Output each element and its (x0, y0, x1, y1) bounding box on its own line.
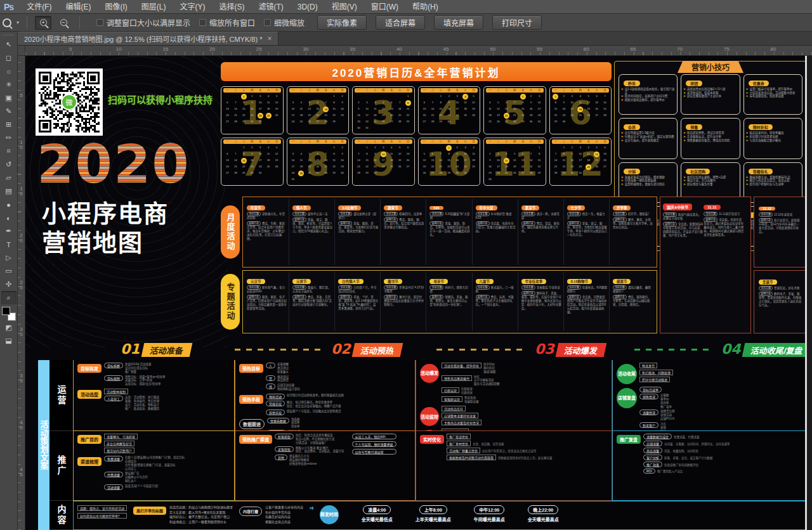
day-number: 24 (461, 164, 469, 170)
day-number: 5 (494, 100, 502, 106)
checkbox-icon[interactable] (264, 19, 271, 26)
day-number: 10 (381, 152, 386, 157)
day-number: 24 (363, 119, 371, 125)
lasso-tool[interactable]: ○ (1, 65, 16, 78)
healing-brush-tool[interactable]: ⊞ (1, 118, 16, 131)
type-tool[interactable]: T (1, 238, 16, 251)
day-number: 19 (593, 157, 601, 164)
eyedropper-tool[interactable]: ✎ (1, 105, 16, 118)
option-checkbox[interactable]: 缩放所有窗口 (199, 17, 255, 28)
checkbox-icon[interactable] (96, 19, 103, 26)
move-tool[interactable]: ↖ (1, 38, 16, 51)
map-node: 目标拟定 (77, 364, 102, 373)
menu-选择(S)[interactable]: 选择(S) (212, 0, 251, 14)
history-brush-tool[interactable]: ↺ (1, 158, 16, 171)
day-number: 20 (504, 113, 509, 119)
day-number: 17 (576, 157, 584, 164)
branch-chip: 货 (266, 375, 275, 381)
option-checkbox[interactable]: 调整窗口大小以满屏显示 (96, 17, 190, 28)
day-number: 27 (421, 119, 429, 125)
menu-图像(I)[interactable]: 图像(I) (98, 0, 134, 14)
menu-滤镜(T)[interactable]: 滤镜(T) (251, 0, 290, 14)
event-pill: 白色情人节 (338, 279, 363, 284)
panel-grip[interactable]: ▪▪▪▪▪▪ (3, 33, 15, 37)
day-number: 18 (577, 107, 583, 112)
path-select-tool[interactable]: ▷ (1, 251, 16, 264)
map-branch: 根据数据及时调整活动页面版面将数据表现转化好的商品上浮，延长曝光量 (447, 455, 553, 460)
menu-帮助(H)[interactable]: 帮助(H) (405, 0, 445, 14)
special-activities-row: 元旦节活动主题新年新气象，全力启航迎2020适用行业服饰、家居、电子产品等，回馈… (242, 270, 657, 333)
day-number: 24 (289, 170, 298, 176)
button-适合屏幕[interactable]: 适合屏幕 (376, 15, 425, 30)
day-number: 27 (502, 119, 511, 125)
clone-stamp-tool[interactable]: ⌗ (1, 145, 16, 158)
menu-视图(V)[interactable]: 视图(V) (325, 0, 364, 14)
color-swatches[interactable] (2, 307, 16, 321)
polish-items: 让客户愿意参与分享的内容有价值的干货内容有趣又好玩的内容紧跟社会热点内容 (265, 505, 303, 524)
event-industry: 适用行业美妆、服饰、饰品、生鲜等，加福利活动可以来打卡一送一活动，赠送最受欢迎礼… (429, 221, 469, 237)
menu-文件(F)[interactable]: 文件(F) (20, 0, 58, 14)
zoom-out-button[interactable]: − (55, 16, 72, 30)
hand-tool[interactable]: ✣ (1, 278, 16, 291)
button-实际像素[interactable]: 实际像素 (317, 15, 367, 30)
industry-tag: 适用行业 (759, 218, 773, 223)
zoom-tool-preset-icon[interactable] (3, 18, 11, 27)
day-number: 10 (461, 151, 469, 157)
document-tab[interactable]: 2020小程序电商营销地图.jpg @ 12.5% (扫码可以获得小程序扶持, … (18, 32, 278, 45)
marquee-tool[interactable]: ◻ (1, 51, 16, 65)
day-number: 23 (338, 164, 346, 170)
tab-close-icon[interactable]: × (267, 34, 272, 43)
option-checkbox[interactable]: 细微缩放 (264, 17, 304, 28)
day-number: 29 (240, 119, 248, 125)
map-branch: 推广素材优化文案、商品图、宣传海报 (447, 441, 553, 446)
button-填充屏幕[interactable]: 填充屏幕 (434, 15, 483, 30)
day-number: 16 (560, 106, 568, 112)
month-card-2: 一二三四五六日212345678910111213141516171819202… (287, 86, 350, 134)
map-branch: 其他手段朋友圈个人号裂变，分层触达会员复购激活 (266, 410, 344, 415)
day-number: 13 (313, 157, 322, 164)
tool-preset-caret-icon[interactable]: ▾ (16, 20, 19, 25)
magic-wand-tool[interactable]: ✳ (1, 78, 16, 91)
tip-text: 设1-2款热销商品低价秒杀，吸引用户进店 (625, 87, 676, 94)
day-blank (313, 93, 322, 100)
divider (27, 16, 27, 29)
checkbox-icon[interactable] (199, 19, 206, 26)
eraser-tool[interactable]: ▱ (1, 171, 16, 184)
day-number: 16 (486, 164, 494, 170)
button-打印尺寸[interactable]: 打印尺寸 (492, 15, 542, 30)
brush-tool[interactable]: ✏ (1, 131, 16, 145)
pen-tool[interactable]: ✒ (1, 224, 16, 238)
zoom-tool[interactable]: ⌕ (1, 291, 16, 304)
screen-mode-button[interactable]: ⬓ (1, 334, 16, 347)
row-label-内容: 内容 (49, 501, 73, 530)
blur-tool[interactable]: ● (1, 198, 16, 211)
dodge-tool[interactable]: ◐ (1, 211, 16, 224)
day-number: 19 (273, 157, 281, 164)
day-number: 20 (388, 112, 396, 119)
menu-图层(L)[interactable]: 图层(L) (134, 0, 173, 14)
shape-tool[interactable]: ▭ (1, 264, 16, 278)
day-number: 25 (486, 119, 494, 125)
title-tip-line: 强烈好奇心：教不完整信息，吊足用户胃口 (169, 515, 233, 520)
day-number: 8 (535, 151, 544, 157)
menu-文字(Y)[interactable]: 文字(Y) (173, 0, 212, 14)
menu-编辑(E)[interactable]: 编辑(E) (58, 0, 98, 14)
day-number: 11 (576, 100, 584, 106)
theme-tag: 活动主题 (338, 285, 352, 290)
gradient-tool[interactable]: ▤ (1, 184, 16, 198)
branch-chip: 老客获取 (275, 446, 294, 452)
event-pill: 11.11 (704, 205, 720, 210)
map-branch: 目标规划销售目标：销量×客单价×转化率流量目标：订单×转化运营目标：增粉/会员/… (104, 375, 166, 387)
day-number: 30 (560, 119, 568, 125)
crop-tool[interactable]: ▣ (1, 91, 16, 105)
zoom-in-button[interactable]: + (35, 16, 51, 30)
day-number: 26 (421, 170, 429, 176)
quick-mask-button[interactable]: ◩ (1, 321, 16, 334)
menu-窗口(W)[interactable]: 窗口(W) (364, 0, 405, 14)
document-canvas[interactable]: 微 扫码可以获得小程序扶持 2020 小程序电商 营销地图 2020营销日历&全… (25, 56, 812, 530)
day-number: 2 (338, 145, 346, 151)
theme-tag: 活动主题 (521, 212, 535, 216)
foreground-color-swatch[interactable] (2, 307, 10, 315)
menu-3D(D)[interactable]: 3D(D) (291, 0, 325, 14)
event-card-儿童节: 儿童节活动主题普天童乐，六一嗨购适用行业食品、玩具、书籍等，家长和孩子可主推陪伴… (474, 273, 518, 331)
